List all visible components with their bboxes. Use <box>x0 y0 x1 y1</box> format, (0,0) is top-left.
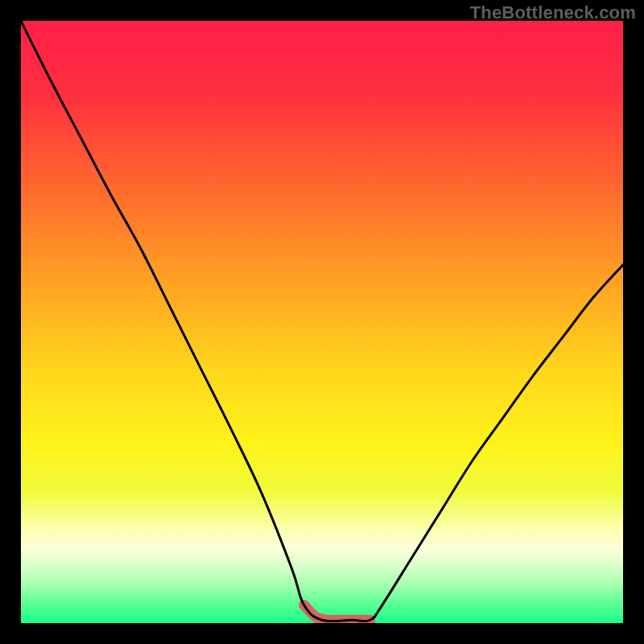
bottleneck-curve <box>21 21 623 621</box>
chart-frame: { "watermark": "TheBottleneck.com", "cha… <box>0 0 644 644</box>
plot-area <box>21 21 623 623</box>
watermark-text: TheBottleneck.com <box>470 2 636 23</box>
highlight-band <box>304 605 370 621</box>
curve-layer <box>21 21 623 623</box>
